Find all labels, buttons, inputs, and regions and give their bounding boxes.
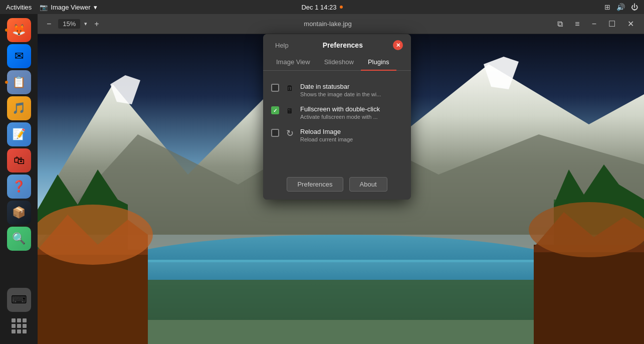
appstore-icon: 🛍 <box>14 154 25 167</box>
plugin-info-reload: Reload Image Reload current image <box>300 128 403 142</box>
firefox-icon: 🦊 <box>12 24 26 37</box>
date-statusbar-icon: 🗓 <box>284 83 295 94</box>
rhythmbox-icon: 🎵 <box>12 102 26 115</box>
plugin-info-fullscreen: Fullscreen with double-click Activate fu… <box>300 105 403 120</box>
plugin-checkbox-date[interactable] <box>271 84 279 92</box>
dock-bottom: ⌨ <box>7 288 31 344</box>
status-dot <box>340 6 343 9</box>
dialog-content: 🗓 Date in statusbar Shows the image date… <box>263 71 411 171</box>
plugin-desc-fullscreen: Activate fullscreen mode with ... <box>300 114 403 120</box>
plugin-name-reload: Reload Image <box>300 128 403 135</box>
grid-dots-icon <box>12 318 27 333</box>
zoom-in-button[interactable]: + <box>91 18 102 31</box>
dialog-footer: Preferences About <box>263 171 411 200</box>
svg-point-18 <box>529 202 644 257</box>
restore-button[interactable]: ⧉ <box>553 18 567 31</box>
dialog-header: Help Preferences ✕ <box>263 34 411 54</box>
dock-icon-notes[interactable]: 📋 <box>7 70 31 94</box>
activities-button[interactable]: Activities <box>6 4 32 11</box>
system-bar-right: ⊞ 🔊 ⏻ <box>604 3 638 11</box>
tab-image-view[interactable]: Image View <box>269 54 317 71</box>
plugin-checkbox-fullscreen[interactable] <box>271 106 279 114</box>
help-icon: ❓ <box>12 180 26 193</box>
plugin-item-fullscreen: 🖥 Fullscreen with double-click Activate … <box>271 101 403 124</box>
network-icon[interactable]: ⊞ <box>604 3 610 11</box>
dock-icon-keyboard[interactable]: ⌨ <box>7 288 31 312</box>
zoom-dropdown-button[interactable]: ▾ <box>84 21 87 27</box>
app-title-area: 📷 Image Viewer ▾ <box>40 3 97 11</box>
system-bar-left: Activities 📷 Image Viewer ▾ <box>6 3 97 11</box>
plugin-item-reload: ↻ Reload Image Reload current image <box>271 124 403 146</box>
plugin-info-date: Date in statusbar Shows the image date i… <box>300 83 403 97</box>
app-name-label: Image Viewer <box>51 4 90 11</box>
amazon-icon: 📦 <box>12 206 26 219</box>
system-bar: Activities 📷 Image Viewer ▾ Dec 1 14:23 … <box>0 0 644 14</box>
reload-icon: ↻ <box>284 128 295 139</box>
dock-icon-writer[interactable]: 📝 <box>7 122 31 146</box>
writer-icon: 📝 <box>12 128 26 141</box>
tab-slideshow[interactable]: Slideshow <box>317 54 361 71</box>
plugin-desc-date: Shows the image date in the wi... <box>300 91 403 97</box>
preferences-dialog: Help Preferences ✕ Image View Slideshow … <box>263 34 411 200</box>
dialog-tabs: Image View Slideshow Plugins <box>263 54 411 71</box>
camera-icon: 📷 <box>40 3 48 11</box>
dialog-title: Preferences <box>293 41 393 49</box>
about-footer-button[interactable]: About <box>349 177 387 192</box>
menu-button[interactable]: ≡ <box>571 18 583 31</box>
files-icon: 🔍 <box>12 232 26 245</box>
dock-icon-firefox[interactable]: 🦊 <box>7 18 31 42</box>
zoom-value-display: 15% <box>58 19 80 29</box>
tab-plugins[interactable]: Plugins <box>361 54 396 71</box>
plugin-checkbox-reload[interactable] <box>271 129 279 137</box>
svg-rect-15 <box>534 245 644 344</box>
power-icon[interactable]: ⏻ <box>631 3 638 11</box>
app-dropdown-arrow[interactable]: ▾ <box>94 4 97 11</box>
dock-icon-files[interactable]: 🔍 <box>7 227 31 251</box>
keyboard-icon: ⌨ <box>11 293 27 306</box>
svg-rect-8 <box>90 260 591 262</box>
plugin-name-fullscreen: Fullscreen with double-click <box>300 105 403 113</box>
viewer-toolbar-left: − 15% ▾ + <box>44 18 102 31</box>
left-dock: 🦊 ✉ 📋 🎵 📝 🛍 ❓ 📦 🔍 ⌨ <box>0 14 38 344</box>
dock-icon-amazon[interactable]: 📦 <box>7 201 31 225</box>
zoom-out-button[interactable]: − <box>44 18 54 31</box>
viewer-file-title: montain-lake.jpg <box>304 20 351 28</box>
notes-active-dot <box>5 81 8 84</box>
maximize-button[interactable]: ☐ <box>604 17 619 31</box>
fullscreen-icon: 🖥 <box>284 105 295 116</box>
thunderbird-icon: ✉ <box>15 50 24 63</box>
dock-icon-rhythmbox[interactable]: 🎵 <box>7 96 31 120</box>
plugin-desc-reload: Reload current image <box>300 136 403 142</box>
plugin-item-date-statusbar: 🗓 Date in statusbar Shows the image date… <box>271 79 403 101</box>
notes-icon: 📋 <box>12 76 26 89</box>
close-button[interactable]: ✕ <box>623 17 638 31</box>
viewer-toolbar-right: ⧉ ≡ − ☐ ✕ <box>553 17 638 31</box>
svg-rect-19 <box>148 280 534 344</box>
system-bar-center: Dec 1 14:23 <box>301 4 342 11</box>
firefox-active-dot <box>5 29 8 32</box>
plugin-name-date: Date in statusbar <box>300 83 403 90</box>
help-button[interactable]: Help <box>271 41 293 50</box>
preferences-footer-button[interactable]: Preferences <box>287 177 343 192</box>
minimize-button[interactable]: − <box>588 18 600 31</box>
dialog-close-button[interactable]: ✕ <box>393 40 403 50</box>
svg-point-17 <box>38 205 153 265</box>
dock-icon-thunderbird[interactable]: ✉ <box>7 44 31 68</box>
dock-icon-help[interactable]: ❓ <box>7 175 31 199</box>
volume-icon[interactable]: 🔊 <box>616 3 625 11</box>
dock-icon-appstore[interactable]: 🛍 <box>7 148 31 173</box>
dock-grid-button[interactable] <box>7 314 31 338</box>
viewer-toolbar: − 15% ▾ + montain-lake.jpg ⧉ ≡ − ☐ ✕ <box>38 14 644 34</box>
datetime-label: Dec 1 14:23 <box>301 4 336 11</box>
